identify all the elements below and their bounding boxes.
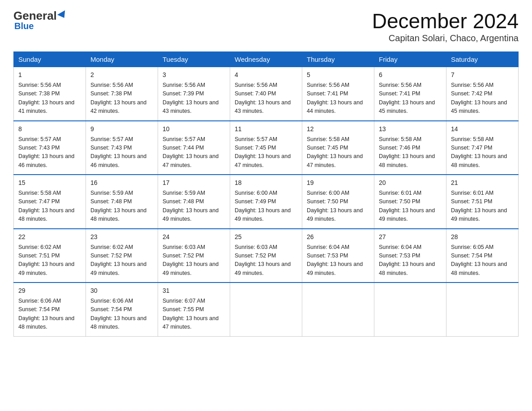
day-info: Sunrise: 6:02 AMSunset: 7:51 PMDaylight:… [18, 244, 74, 276]
table-row: 30 Sunrise: 6:06 AMSunset: 7:54 PMDaylig… [86, 283, 158, 336]
day-number: 1 [18, 70, 81, 80]
day-number: 27 [379, 232, 442, 242]
table-row: 9 Sunrise: 5:57 AMSunset: 7:43 PMDayligh… [86, 121, 158, 175]
table-row: 19 Sunrise: 6:00 AMSunset: 7:50 PMDaylig… [302, 175, 374, 229]
day-info: Sunrise: 6:03 AMSunset: 7:52 PMDaylight:… [235, 244, 291, 276]
table-row [302, 283, 374, 336]
day-number: 17 [163, 178, 225, 188]
day-number: 6 [379, 70, 442, 80]
table-row [446, 283, 519, 336]
day-number: 11 [235, 124, 297, 134]
day-number: 23 [90, 232, 153, 242]
calendar-week-1: 1 Sunrise: 5:56 AMSunset: 7:38 PMDayligh… [14, 67, 519, 121]
day-number: 3 [163, 70, 225, 80]
table-row: 22 Sunrise: 6:02 AMSunset: 7:51 PMDaylig… [14, 229, 86, 283]
day-number: 10 [163, 124, 225, 134]
day-info: Sunrise: 5:57 AMSunset: 7:45 PMDaylight:… [235, 136, 291, 168]
day-info: Sunrise: 5:56 AMSunset: 7:42 PMDaylight:… [451, 82, 507, 114]
table-row: 1 Sunrise: 5:56 AMSunset: 7:38 PMDayligh… [14, 67, 86, 121]
calendar-week-4: 22 Sunrise: 6:02 AMSunset: 7:51 PMDaylig… [14, 229, 519, 283]
table-row: 6 Sunrise: 5:56 AMSunset: 7:41 PMDayligh… [374, 67, 446, 121]
day-info: Sunrise: 5:57 AMSunset: 7:44 PMDaylight:… [163, 136, 219, 168]
table-row: 21 Sunrise: 6:01 AMSunset: 7:51 PMDaylig… [446, 175, 519, 229]
table-row: 7 Sunrise: 5:56 AMSunset: 7:42 PMDayligh… [446, 67, 519, 121]
table-row: 11 Sunrise: 5:57 AMSunset: 7:45 PMDaylig… [230, 121, 302, 175]
table-row: 4 Sunrise: 5:56 AMSunset: 7:40 PMDayligh… [230, 67, 302, 121]
calendar-week-2: 8 Sunrise: 5:57 AMSunset: 7:43 PMDayligh… [14, 121, 519, 175]
day-info: Sunrise: 5:59 AMSunset: 7:48 PMDaylight:… [163, 190, 219, 222]
day-info: Sunrise: 5:56 AMSunset: 7:38 PMDaylight:… [18, 82, 74, 114]
day-info: Sunrise: 5:56 AMSunset: 7:41 PMDaylight:… [307, 82, 363, 114]
day-number: 4 [235, 70, 297, 80]
table-row: 29 Sunrise: 6:06 AMSunset: 7:54 PMDaylig… [14, 283, 86, 336]
day-number: 29 [18, 286, 81, 295]
day-info: Sunrise: 6:04 AMSunset: 7:53 PMDaylight:… [379, 244, 435, 276]
logo: General Blue [13, 9, 67, 31]
calendar-week-5: 29 Sunrise: 6:06 AMSunset: 7:54 PMDaylig… [14, 283, 519, 336]
table-row: 20 Sunrise: 6:01 AMSunset: 7:50 PMDaylig… [374, 175, 446, 229]
table-row: 23 Sunrise: 6:02 AMSunset: 7:52 PMDaylig… [86, 229, 158, 283]
table-row: 15 Sunrise: 5:58 AMSunset: 7:47 PMDaylig… [14, 175, 86, 229]
header: General Blue December 2024 Capitan Solar… [13, 9, 519, 43]
col-sunday: Sunday [14, 52, 86, 67]
day-info: Sunrise: 5:56 AMSunset: 7:39 PMDaylight:… [163, 82, 219, 114]
table-row: 24 Sunrise: 6:03 AMSunset: 7:52 PMDaylig… [158, 229, 230, 283]
table-row: 26 Sunrise: 6:04 AMSunset: 7:53 PMDaylig… [302, 229, 374, 283]
table-row: 14 Sunrise: 5:58 AMSunset: 7:47 PMDaylig… [446, 121, 519, 175]
day-number: 31 [163, 286, 225, 295]
table-row: 17 Sunrise: 5:59 AMSunset: 7:48 PMDaylig… [158, 175, 230, 229]
col-thursday: Thursday [302, 52, 374, 67]
col-friday: Friday [374, 52, 446, 67]
day-number: 19 [307, 178, 369, 188]
day-number: 2 [90, 70, 153, 80]
table-row: 10 Sunrise: 5:57 AMSunset: 7:44 PMDaylig… [158, 121, 230, 175]
day-number: 18 [235, 178, 297, 188]
table-row [374, 283, 446, 336]
title-area: December 2024 Capitan Solari, Chaco, Arg… [372, 9, 519, 43]
day-info: Sunrise: 6:01 AMSunset: 7:51 PMDaylight:… [451, 190, 507, 222]
day-number: 30 [90, 286, 153, 295]
day-info: Sunrise: 5:58 AMSunset: 7:45 PMDaylight:… [307, 136, 363, 168]
day-number: 14 [451, 124, 514, 134]
day-info: Sunrise: 6:04 AMSunset: 7:53 PMDaylight:… [307, 244, 363, 276]
location-subtitle: Capitan Solari, Chaco, Argentina [372, 33, 519, 43]
day-info: Sunrise: 5:57 AMSunset: 7:43 PMDaylight:… [90, 136, 146, 168]
day-number: 9 [90, 124, 153, 134]
day-info: Sunrise: 6:00 AMSunset: 7:49 PMDaylight:… [235, 190, 291, 222]
day-number: 16 [90, 178, 153, 188]
table-row: 25 Sunrise: 6:03 AMSunset: 7:52 PMDaylig… [230, 229, 302, 283]
table-row: 27 Sunrise: 6:04 AMSunset: 7:53 PMDaylig… [374, 229, 446, 283]
table-row: 2 Sunrise: 5:56 AMSunset: 7:38 PMDayligh… [86, 67, 158, 121]
table-row: 16 Sunrise: 5:59 AMSunset: 7:48 PMDaylig… [86, 175, 158, 229]
col-tuesday: Tuesday [158, 52, 230, 67]
day-info: Sunrise: 6:06 AMSunset: 7:54 PMDaylight:… [90, 298, 146, 330]
day-info: Sunrise: 6:07 AMSunset: 7:55 PMDaylight:… [163, 298, 219, 330]
day-number: 28 [451, 232, 514, 242]
day-number: 22 [18, 232, 81, 242]
day-number: 15 [18, 178, 81, 188]
table-row: 3 Sunrise: 5:56 AMSunset: 7:39 PMDayligh… [158, 67, 230, 121]
day-number: 24 [163, 232, 225, 242]
table-row: 12 Sunrise: 5:58 AMSunset: 7:45 PMDaylig… [302, 121, 374, 175]
day-number: 7 [451, 70, 514, 80]
day-info: Sunrise: 6:01 AMSunset: 7:50 PMDaylight:… [379, 190, 435, 222]
logo-arrow-icon [57, 10, 68, 20]
day-info: Sunrise: 5:56 AMSunset: 7:40 PMDaylight:… [235, 82, 291, 114]
table-row: 18 Sunrise: 6:00 AMSunset: 7:49 PMDaylig… [230, 175, 302, 229]
day-info: Sunrise: 5:56 AMSunset: 7:41 PMDaylight:… [379, 82, 435, 114]
day-info: Sunrise: 5:58 AMSunset: 7:47 PMDaylight:… [451, 136, 507, 168]
calendar-table: Sunday Monday Tuesday Wednesday Thursday… [13, 51, 519, 337]
col-monday: Monday [86, 52, 158, 67]
day-number: 21 [451, 178, 514, 188]
col-saturday: Saturday [446, 52, 519, 67]
calendar-week-3: 15 Sunrise: 5:58 AMSunset: 7:47 PMDaylig… [14, 175, 519, 229]
day-info: Sunrise: 5:58 AMSunset: 7:46 PMDaylight:… [379, 136, 435, 168]
day-number: 13 [379, 124, 442, 134]
table-row: 13 Sunrise: 5:58 AMSunset: 7:46 PMDaylig… [374, 121, 446, 175]
col-wednesday: Wednesday [230, 52, 302, 67]
table-row: 5 Sunrise: 5:56 AMSunset: 7:41 PMDayligh… [302, 67, 374, 121]
day-info: Sunrise: 5:59 AMSunset: 7:48 PMDaylight:… [90, 190, 146, 222]
table-row: 8 Sunrise: 5:57 AMSunset: 7:43 PMDayligh… [14, 121, 86, 175]
day-info: Sunrise: 5:56 AMSunset: 7:38 PMDaylight:… [90, 82, 146, 114]
day-number: 8 [18, 124, 81, 134]
